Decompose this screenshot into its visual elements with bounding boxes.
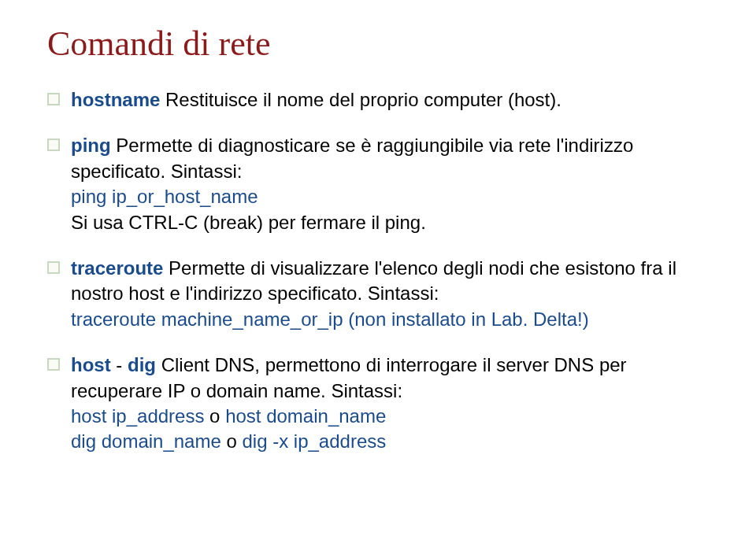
command-dig-x: dig -x ip_address <box>242 430 386 452</box>
bullet-content: traceroute Permette di visualizzare l'el… <box>71 256 717 332</box>
bullet-traceroute: traceroute Permette di visualizzare l'el… <box>47 256 717 332</box>
keyword-hostname: hostname <box>71 89 160 110</box>
separator: - <box>111 354 128 375</box>
command-traceroute: traceroute machine_name_or_ip (non insta… <box>71 308 589 330</box>
bullet-marker-icon <box>47 93 60 105</box>
bullet-content: ping Permette di diagnosticare se è ragg… <box>71 133 717 235</box>
keyword-dig: dig <box>128 354 156 375</box>
bullet-content: hostname Restituisce il nome del proprio… <box>71 87 717 113</box>
bullet-host-dig: host - dig Client DNS, permettono di int… <box>47 353 717 455</box>
text: Restituisce il nome del proprio computer… <box>160 89 561 110</box>
slide-title: Comandi di rete <box>47 24 717 64</box>
command-dig-domain: dig domain_name <box>71 430 221 452</box>
command-host-ip: host ip_address <box>71 405 204 427</box>
text: Si usa CTRL-C (break) per fermare il pin… <box>71 212 426 233</box>
bullet-marker-icon <box>47 358 60 371</box>
bullet-marker-icon <box>47 139 60 151</box>
bullet-content: host - dig Client DNS, permettono di int… <box>71 353 717 455</box>
slide: Comandi di rete hostname Restituisce il … <box>0 0 756 499</box>
keyword-host: host <box>71 354 111 375</box>
keyword-ping: ping <box>71 135 111 156</box>
command-host-domain: host domain_name <box>225 405 386 427</box>
bullet-ping: ping Permette di diagnosticare se è ragg… <box>47 133 717 235</box>
text: Permette di diagnosticare se è raggiungi… <box>71 135 633 181</box>
or1: o <box>204 405 225 427</box>
bullet-marker-icon <box>47 261 60 274</box>
command-ping: ping ip_or_host_name <box>71 186 258 207</box>
keyword-traceroute: traceroute <box>71 257 163 279</box>
bullet-hostname: hostname Restituisce il nome del proprio… <box>47 87 717 113</box>
or2: o <box>221 430 243 452</box>
